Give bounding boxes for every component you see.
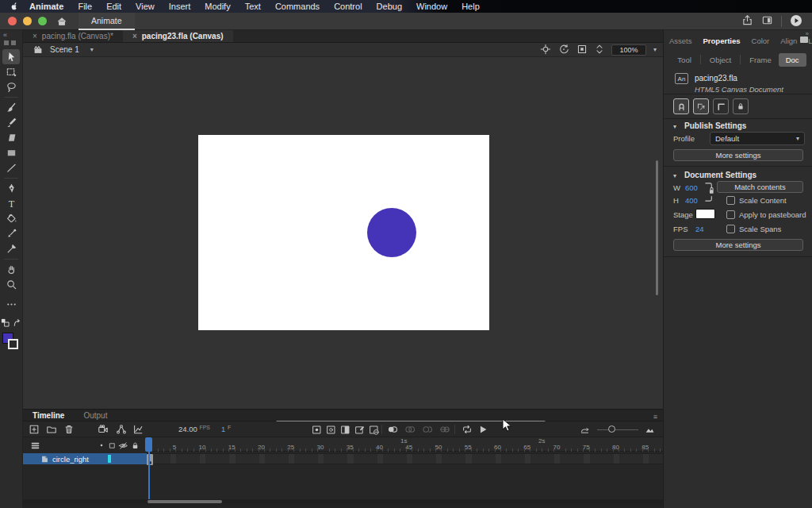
hide-layers-icon[interactable] — [117, 440, 128, 451]
center-stage-icon[interactable] — [540, 44, 551, 56]
new-folder-icon[interactable] — [45, 423, 58, 436]
timeline-zoom-slider-knob[interactable] — [608, 425, 615, 433]
insert-keyframe-icon[interactable] — [310, 423, 323, 436]
menu-item[interactable]: Help — [454, 2, 487, 11]
lock-layers-icon[interactable] — [129, 440, 140, 451]
hand-tool[interactable] — [2, 262, 20, 277]
eyedropper-tool[interactable] — [2, 226, 20, 241]
tab-assets[interactable]: Assets — [664, 37, 698, 45]
menu-item[interactable]: Text — [238, 2, 268, 11]
onion-range-icon[interactable] — [439, 423, 451, 436]
stage-color-swatch[interactable] — [695, 209, 715, 219]
document-more-settings-button[interactable]: More settings — [673, 239, 803, 251]
selection-tool[interactable] — [2, 49, 20, 64]
more-tools[interactable] — [2, 297, 20, 312]
height-value[interactable]: 400 — [685, 196, 698, 205]
menu-item[interactable]: File — [71, 2, 99, 11]
lock-toggle[interactable] — [733, 98, 749, 114]
minimize-window-button[interactable] — [23, 17, 32, 25]
layer-depth-icon[interactable] — [132, 423, 144, 436]
tab-output[interactable]: Output — [74, 411, 117, 420]
menu-item[interactable]: Window — [409, 2, 454, 11]
zoom-timeline-full-icon[interactable] — [643, 423, 656, 436]
profile-select[interactable]: Default ▾ — [710, 132, 805, 145]
play-button[interactable] — [477, 423, 489, 436]
close-icon[interactable]: × — [33, 32, 37, 40]
loop-icon[interactable] — [461, 423, 473, 436]
share-icon[interactable] — [741, 14, 753, 28]
menu-item[interactable]: Animate — [22, 2, 71, 11]
document-tab-active[interactable]: × pacing23.fla (Canvas) — [123, 30, 233, 42]
layer-parenting-icon[interactable] — [115, 423, 128, 436]
subtab-tool[interactable]: Tool — [670, 53, 698, 67]
workspace-switcher-icon[interactable] — [761, 14, 773, 28]
match-contents-button[interactable]: Match contents — [717, 181, 803, 193]
fps-value[interactable]: 24 — [695, 225, 704, 233]
paint-bucket-tool[interactable] — [2, 211, 20, 226]
stage-circle-shape[interactable] — [367, 208, 416, 257]
menu-item[interactable]: View — [128, 2, 162, 11]
apply-pasteboard-checkbox[interactable] — [726, 210, 735, 219]
snap-to-objects-toggle[interactable] — [673, 98, 689, 114]
zoom-tool[interactable] — [2, 277, 20, 292]
frames-grid[interactable] — [147, 452, 663, 499]
link-wh-icon[interactable] — [703, 182, 715, 204]
menu-item[interactable]: Commands — [268, 2, 327, 11]
stage-viewport[interactable] — [23, 57, 663, 409]
remove-frames-icon[interactable] — [367, 423, 380, 436]
insert-blank-keyframe-icon[interactable] — [324, 423, 337, 436]
line-tool[interactable] — [2, 160, 20, 175]
close-icon[interactable]: × — [132, 32, 137, 40]
timeline-ruler[interactable]: 1s2s3s 510152025303540455055606570758085 — [147, 437, 663, 452]
panel-options-icon[interactable] — [800, 37, 808, 43]
show-all-dot-icon[interactable] — [96, 440, 107, 451]
outline-view-icon[interactable] — [106, 440, 117, 451]
chevron-down-icon[interactable]: ▾ — [673, 172, 676, 179]
chevron-down-icon[interactable]: ▾ — [673, 123, 676, 130]
tab-properties[interactable]: Properties — [698, 37, 746, 45]
rotation-tool-icon[interactable] — [558, 44, 569, 56]
scale-spans-checkbox[interactable] — [726, 225, 735, 233]
rectangle-tool[interactable] — [2, 145, 20, 160]
delete-icon[interactable] — [63, 423, 75, 436]
publish-more-settings-button[interactable]: More settings — [673, 149, 803, 161]
insert-frame-icon[interactable] — [339, 423, 351, 436]
scene-name[interactable]: Scene 1 — [50, 45, 79, 54]
vertical-scrollbar[interactable] — [656, 160, 658, 295]
pen-tool[interactable] — [2, 181, 20, 196]
resize-timeline-view-icon[interactable] — [578, 423, 591, 436]
close-window-button[interactable] — [8, 17, 17, 25]
default-colors-icon[interactable] — [1, 318, 10, 329]
layer-name[interactable]: circle_right — [52, 455, 89, 464]
onion-skin-outlines-icon[interactable] — [404, 423, 416, 436]
tab-timeline[interactable]: Timeline — [23, 411, 74, 420]
lasso-tool[interactable] — [2, 79, 20, 94]
classic-brush-tool[interactable] — [2, 115, 20, 130]
quick-publish-icon[interactable] — [790, 14, 802, 29]
menu-item[interactable]: Control — [327, 2, 369, 11]
asset-warp-tool[interactable] — [2, 241, 20, 256]
collapse-tools-icon[interactable]: « — [0, 30, 7, 40]
snap-to-grid-toggle[interactable] — [713, 98, 729, 114]
clip-content-icon[interactable] — [576, 44, 588, 56]
subtab-object[interactable]: Object — [703, 53, 738, 67]
current-frame[interactable]: 1 F — [221, 425, 231, 433]
free-transform-tool[interactable] — [2, 64, 20, 79]
zoom-level-input[interactable]: 100% — [611, 44, 646, 56]
chevron-down-icon[interactable]: ▾ — [90, 46, 94, 53]
zoom-stepper[interactable] — [595, 44, 604, 56]
auto-keyframe-icon[interactable] — [353, 423, 366, 436]
frame-rate[interactable]: 24.00 FPS — [178, 425, 210, 433]
scale-content-checkbox[interactable] — [726, 196, 735, 205]
width-value[interactable]: 600 — [685, 183, 698, 192]
stroke-color-swatch[interactable] — [8, 339, 18, 349]
home-icon[interactable] — [56, 16, 67, 27]
edit-multiple-frames-icon[interactable] — [421, 423, 434, 436]
panel-menu-icon[interactable]: ≡ — [653, 413, 658, 421]
timeline-zoom-slider-track[interactable] — [597, 429, 638, 431]
tab-align[interactable]: Align — [775, 37, 802, 45]
zoom-presets-chevron-icon[interactable]: ▾ — [653, 46, 657, 53]
menu-item[interactable]: Modify — [197, 2, 237, 11]
zoom-window-button[interactable] — [38, 17, 47, 25]
new-layer-icon[interactable] — [28, 423, 40, 436]
